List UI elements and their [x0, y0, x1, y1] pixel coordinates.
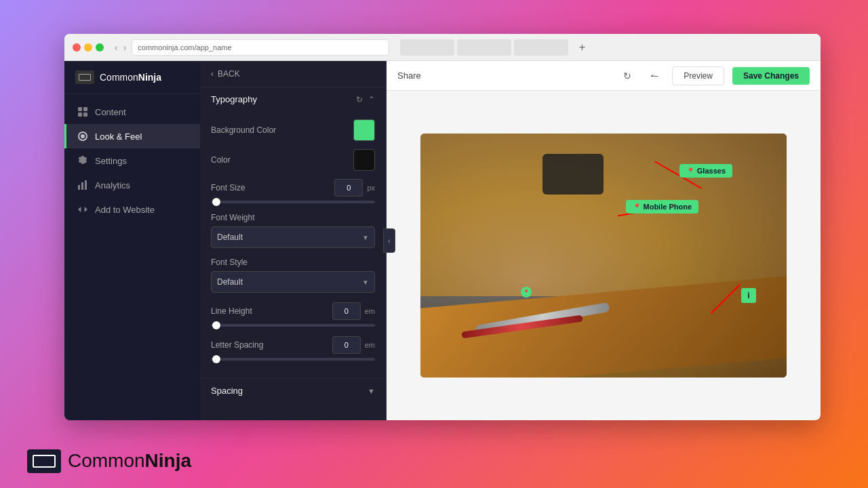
back-button[interactable]: ‹ BACK	[200, 61, 386, 87]
font-size-slider[interactable]	[211, 201, 375, 203]
reset-icon[interactable]: ↻	[356, 95, 363, 104]
font-style-field: Font Style Default ▼	[211, 258, 375, 293]
spacing-chevron-icon: ▼	[368, 387, 375, 395]
svg-rect-6	[81, 182, 83, 190]
font-size-field: Font Size px	[211, 179, 375, 203]
logo-text: CommonNinja	[100, 72, 161, 83]
select-arrow-icon-2: ▼	[362, 279, 369, 286]
letter-spacing-slider[interactable]	[211, 358, 375, 361]
share-button[interactable]: Share	[397, 70, 421, 81]
section-icons: ↻ ⌃	[356, 95, 375, 104]
spacing-title: Spacing	[211, 386, 243, 396]
redo-button[interactable]: ↼	[645, 66, 664, 85]
font-style-label: Font Style	[211, 258, 375, 267]
sidebar-logo: CommonNinja	[64, 61, 200, 94]
panel-collapse-button[interactable]: ‹	[383, 228, 395, 253]
browser-tab-3[interactable]	[514, 39, 568, 56]
browser-traffic-lights	[73, 43, 104, 52]
font-size-input[interactable]	[334, 179, 363, 197]
sidebar-item-look-feel-label: Look & Feel	[95, 131, 142, 142]
app-content: CommonNinja Content Look & Feel	[64, 61, 821, 420]
background-color-label: Background Color	[211, 125, 353, 135]
background-color-field: Background Color	[211, 119, 375, 141]
gear-icon	[77, 155, 88, 166]
typography-body: Background Color Color Font Size px	[200, 111, 386, 378]
collapse-icon[interactable]: ⌃	[368, 95, 375, 104]
svg-rect-7	[85, 180, 87, 190]
phone-shape	[542, 154, 604, 195]
settings-panel: ‹ BACK Typography ↻ ⌃ Background Color	[200, 61, 387, 420]
line-height-unit: em	[365, 307, 375, 315]
new-tab-button[interactable]: +	[574, 39, 590, 56]
color-swatch[interactable]	[353, 149, 375, 171]
browser-tab-2[interactable]	[457, 39, 511, 56]
font-size-label: Font Size	[211, 183, 330, 192]
undo-button[interactable]: ↻	[618, 66, 637, 85]
svg-rect-2	[78, 113, 82, 117]
line-height-row: Line Height em	[211, 302, 375, 320]
svg-rect-1	[83, 107, 87, 111]
font-weight-field: Font Weight Default ▼	[211, 213, 375, 248]
sidebar-item-settings[interactable]: Settings	[64, 148, 200, 173]
sidebar-nav: Content Look & Feel Settings	[64, 94, 200, 420]
font-size-unit: px	[367, 184, 375, 192]
line-height-field: Line Height em	[211, 302, 375, 327]
address-bar[interactable]: commoninja.com/app_name	[132, 39, 389, 56]
spacing-section[interactable]: Spacing ▼	[200, 379, 386, 403]
sidebar-item-settings-label: Settings	[95, 156, 127, 166]
sidebar-item-add-website[interactable]: Add to Website	[64, 197, 200, 222]
preview-button[interactable]: Preview	[672, 66, 724, 85]
sidebar-item-content-label: Content	[95, 107, 126, 117]
sidebar-item-content[interactable]: Content	[64, 100, 200, 124]
close-dot[interactable]	[73, 43, 81, 52]
typography-title: Typography	[211, 94, 257, 104]
save-button[interactable]: Save Changes	[732, 67, 810, 85]
browser-navigation: ‹ ›	[115, 42, 126, 53]
glasses-tag-label: Glasses	[697, 167, 726, 175]
font-weight-select[interactable]: Default ▼	[211, 226, 375, 248]
preview-canvas: Glasses Mobile Phone i 📍	[387, 91, 821, 420]
font-size-thumb[interactable]	[212, 198, 220, 206]
sidebar-item-add-website-label: Add to Website	[95, 205, 155, 215]
letter-spacing-field: Letter Spacing em	[211, 336, 375, 361]
typography-section-header[interactable]: Typography ↻ ⌃	[200, 87, 386, 111]
back-label: BACK	[218, 69, 240, 79]
line-height-input[interactable]	[332, 302, 361, 320]
sidebar-item-look-feel[interactable]: Look & Feel	[64, 124, 200, 148]
browser-tab-strip	[400, 39, 568, 56]
info-tag[interactable]: i	[741, 288, 756, 303]
font-style-value: Default	[217, 277, 243, 287]
letter-spacing-input[interactable]	[332, 336, 361, 354]
letter-spacing-thumb[interactable]	[212, 355, 220, 363]
bottom-branding: CommonNinja	[0, 434, 868, 488]
preview-toolbar: Share ↻ ↼ Preview Save Changes	[387, 61, 821, 91]
line-height-thumb[interactable]	[212, 321, 220, 329]
back-arrow-icon: ‹	[211, 69, 214, 79]
forward-button[interactable]: ›	[123, 42, 127, 53]
minimize-dot[interactable]	[84, 43, 92, 52]
mobile-phone-tag[interactable]: Mobile Phone	[626, 200, 699, 214]
background-color-swatch[interactable]	[353, 119, 375, 141]
svg-rect-3	[83, 113, 87, 117]
sidebar-item-analytics[interactable]: Analytics	[64, 173, 200, 197]
chart-icon	[77, 180, 88, 190]
line-height-slider[interactable]	[211, 324, 375, 327]
sidebar-item-analytics-label: Analytics	[95, 180, 130, 190]
browser-tab-1[interactable]	[400, 39, 454, 56]
fullscreen-dot[interactable]	[96, 43, 104, 52]
glasses-tag[interactable]: Glasses	[679, 164, 732, 178]
font-style-select[interactable]: Default ▼	[211, 271, 375, 293]
svg-rect-5	[78, 185, 80, 190]
letter-spacing-row: Letter Spacing em	[211, 336, 375, 354]
mobile-phone-tag-label: Mobile Phone	[644, 203, 692, 211]
color-field: Color	[211, 149, 375, 171]
browser-chrome: ‹ › commoninja.com/app_name +	[64, 34, 821, 61]
back-button[interactable]: ‹	[115, 42, 118, 53]
bottom-logo-text: CommonNinja	[68, 450, 191, 472]
logo-icon	[75, 70, 94, 84]
bottom-logo: CommonNinja	[27, 449, 191, 473]
color-label: Color	[211, 155, 353, 165]
preview-image: Glasses Mobile Phone i 📍	[420, 134, 787, 378]
brush-icon	[77, 131, 88, 142]
font-size-row: Font Size px	[211, 179, 375, 197]
